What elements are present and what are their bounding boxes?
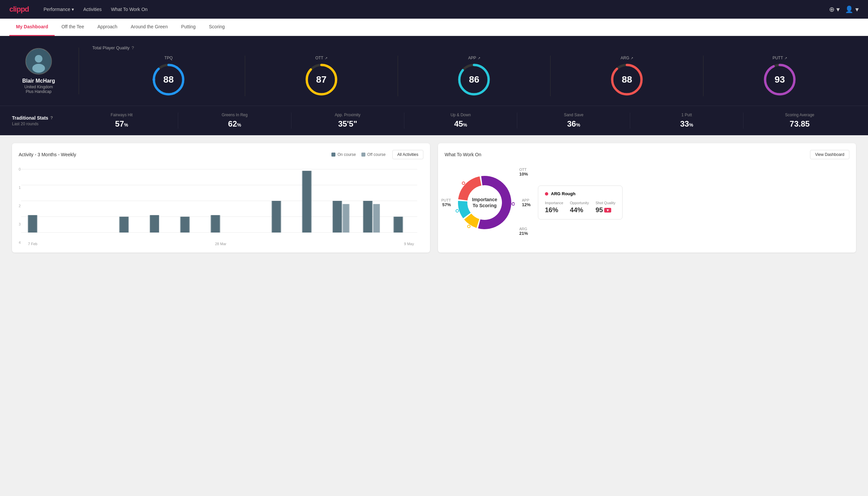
score-ring-tpq: 88 [152,63,185,96]
score-item-tpq: TPQ 88 [92,56,245,96]
donut-segment-putt [478,176,511,229]
arg-metrics: Importance 16% Opportunity 44% Shot Qual… [545,201,616,214]
work-on-card-header: What To Work On View Dashboard [445,150,849,159]
activity-chart-title: Activity - 3 Months - Weekly [19,152,76,157]
view-dashboard-button[interactable]: View Dashboard [810,150,849,159]
add-icon[interactable]: ⊕ ▾ [829,5,840,13]
tab-off-the-tee[interactable]: Off the Tee [54,19,91,36]
ott-label: OTT 10% [519,168,528,176]
stats-subtitle: Last 20 rounds [12,122,65,126]
arg-detail-title: ARG Rough [545,191,616,196]
stat-name: 1 Putt [681,113,692,117]
nav-right: ⊕ ▾ 👤 ▾ [829,5,859,13]
stat-value: 35'5" [338,119,357,128]
nav-activities[interactable]: Activities [83,7,101,12]
stat-item-4: Sand Save 36% [517,113,630,128]
chart-x-label: 9 May [404,242,414,246]
stat-item-2: App. Proximity 35'5" [291,113,404,128]
work-on-card: What To Work On View Dashboard PUTT 57% … [438,143,856,252]
arg-shot-quality-value: 95 ▼ [596,206,616,214]
svg-point-17 [462,182,465,185]
scores-row: TPQ 88 OTT ↗ 87 APP ↗ [92,56,856,96]
score-number-arg: 88 [622,74,632,85]
arg-importance-value: 16% [545,206,563,214]
score-label-arg: ARG ↗ [620,56,633,60]
app-logo: clippd [9,5,29,14]
work-on-content: PUTT 57% OTT 10% APP 12% ARG 21% [445,166,849,239]
player-country: United Kingdom [24,84,53,89]
score-ring-arg: 88 [610,63,644,96]
nav-what-to-work-on[interactable]: What To Work On [111,7,147,12]
score-number-app: 86 [469,74,479,85]
legend-item: On course [331,152,356,157]
nav-links: Performance ▾ Activities What To Work On [44,7,147,12]
chart-x-label: 28 Mar [215,242,226,246]
tab-scoring[interactable]: Scoring [202,19,231,36]
activity-card-header: Activity - 3 Months - Weekly On courseOf… [19,150,423,159]
putt-label: PUTT 57% [441,198,451,207]
score-number-putt: 93 [775,74,785,85]
traditional-stats-section: Traditional Stats ? Last 20 rounds Fairw… [0,106,868,135]
legend-dot [361,153,365,157]
nav-performance[interactable]: Performance ▾ [44,7,74,12]
stats-title: Traditional Stats ? [12,115,65,121]
down-badge: ▼ [604,208,611,213]
stat-name: Scoring Average [785,113,815,117]
stat-name: Sand Save [564,113,584,117]
score-number-tpq: 88 [163,74,174,85]
stat-value: 36% [567,119,580,128]
score-number-ott: 87 [316,74,327,85]
stat-items: Fairways Hit 57% Greens In Reg 62% App. … [65,113,856,128]
stat-name: Greens In Reg [221,113,248,117]
tab-my-dashboard[interactable]: My Dashboard [9,19,54,36]
top-navigation: clippd Performance ▾ Activities What To … [0,0,868,19]
tab-putting[interactable]: Putting [175,19,203,36]
scores-title: Total Player Quality ? [92,45,856,50]
chart-x-label: 7 Feb [28,242,37,246]
legend-dot [331,153,335,157]
score-label-putt: PUTT ↗ [772,56,787,60]
arg-opportunity-metric: Opportunity 44% [570,201,589,214]
donut-segment-app [458,201,471,218]
player-info: Blair McHarg United Kingdom Plus Handica… [12,48,65,94]
stat-name: App. Proximity [335,113,360,117]
bottom-section: Activity - 3 Months - Weekly On courseOf… [0,135,868,261]
tab-approach[interactable]: Approach [91,19,124,36]
scores-section: Total Player Quality ? TPQ 88 OTT ↗ [92,45,856,96]
chart-x-labels: 7 Feb28 Mar9 May [19,241,423,246]
stat-item-5: 1 Putt 33% [630,113,743,128]
stat-item-0: Fairways Hit 57% [65,113,178,128]
stat-item-6: Scoring Average 73.85 [743,113,856,128]
stat-value: 45% [454,119,467,128]
activity-card: Activity - 3 Months - Weekly On courseOf… [12,143,430,252]
svg-point-2 [32,64,45,73]
work-on-title: What To Work On [445,152,481,157]
stat-value: 73.85 [790,119,810,128]
arg-detail-card: ARG Rough Importance 16% Opportunity 44%… [538,186,622,219]
svg-point-5 [153,78,155,81]
tab-around-the-green[interactable]: Around the Green [124,19,174,36]
user-icon[interactable]: 👤 ▾ [845,5,859,13]
chart-legend: On courseOff course [331,152,386,157]
stat-value: 33% [680,119,693,128]
legend-item: Off course [361,152,386,157]
arg-opportunity-value: 44% [570,206,589,214]
stat-value: 62% [228,119,241,128]
all-activities-button[interactable]: All Activities [392,150,423,159]
arg-importance-metric: Importance 16% [545,201,563,214]
score-item-arg: ARG ↗ 88 [551,56,704,96]
svg-point-15 [468,225,470,228]
stats-help-icon[interactable]: ? [50,115,53,120]
donut-chart-container: PUTT 57% OTT 10% APP 12% ARG 21% [445,166,531,239]
sub-tabs: My Dashboard Off the Tee Approach Around… [0,19,868,36]
svg-point-16 [456,210,459,212]
stat-item-3: Up & Down 45% [404,113,517,128]
svg-point-1 [35,55,43,63]
help-icon[interactable]: ? [131,45,134,50]
score-ring-ott: 87 [305,63,338,96]
arg-label: ARG 21% [519,227,528,236]
score-label-tpq: TPQ [164,56,173,60]
chart-area: 43210 7 Feb28 Mar9 May [19,166,423,246]
arg-dot-icon [545,192,548,196]
stat-name: Up & Down [451,113,471,117]
